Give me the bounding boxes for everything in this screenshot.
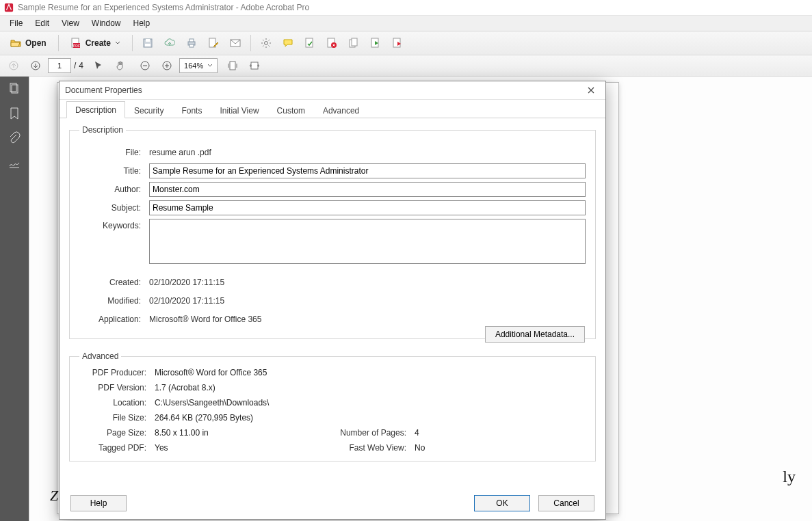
window-title: Sample Resume for an Experienced Systems… xyxy=(18,3,309,12)
fit-page-button[interactable] xyxy=(223,57,242,75)
close-icon xyxy=(588,87,594,94)
printer-icon xyxy=(186,38,197,49)
attachments-panel-icon[interactable] xyxy=(8,131,21,145)
menu-edit[interactable]: Edit xyxy=(29,17,55,29)
arrow-down-icon xyxy=(30,60,41,71)
location-value: C:\Users\Sangeeth\Downloads\ xyxy=(155,398,586,408)
keywords-input[interactable] xyxy=(149,219,586,264)
svg-rect-6 xyxy=(145,44,150,46)
subject-input[interactable] xyxy=(149,200,586,215)
svg-rect-8 xyxy=(189,39,194,42)
navigation-pane xyxy=(0,77,29,521)
producer-value: Microsoft® Word for Office 365 xyxy=(155,368,586,377)
cloud-button[interactable] xyxy=(160,34,179,52)
background-text-fragment: Z xyxy=(50,487,58,505)
svg-rect-5 xyxy=(146,39,150,42)
page-down-button[interactable] xyxy=(26,57,45,75)
main-toolbar: Open PDF Create xyxy=(0,31,812,55)
comment-button[interactable] xyxy=(278,34,298,52)
dialog-body: Description File:resume arun .pdf Title:… xyxy=(60,118,605,487)
version-value: 1.7 (Acrobat 8.x) xyxy=(155,383,586,392)
save-button[interactable] xyxy=(138,34,157,52)
dialog-tabs: Description Security Fonts Initial View … xyxy=(60,100,605,118)
tab-advanced[interactable]: Advanced xyxy=(314,102,368,118)
page-arrow-icon xyxy=(370,38,381,49)
fit-width-icon xyxy=(249,60,260,71)
export-button[interactable] xyxy=(366,34,385,52)
zoom-out-button[interactable] xyxy=(135,57,155,75)
file-label: File: xyxy=(79,148,149,157)
additional-metadata-button[interactable]: Additional Metadata... xyxy=(485,326,585,343)
toolbar-separator xyxy=(132,35,133,51)
tab-custom[interactable]: Custom xyxy=(268,102,314,118)
arrow-up-icon xyxy=(8,60,19,71)
hand-tool-button[interactable] xyxy=(111,57,130,75)
tagged-label: Tagged PDF: xyxy=(79,443,155,453)
background-text-fragment: ly xyxy=(783,468,796,486)
ok-button[interactable]: OK xyxy=(474,495,530,511)
edit-document-button[interactable] xyxy=(204,34,223,52)
menu-help[interactable]: Help xyxy=(128,17,156,29)
signatures-panel-icon[interactable] xyxy=(8,156,21,170)
page-send-icon xyxy=(392,38,403,49)
tab-security[interactable]: Security xyxy=(125,102,172,118)
author-input[interactable] xyxy=(149,182,586,197)
page-up-button[interactable] xyxy=(4,57,23,75)
created-label: Created: xyxy=(79,278,149,287)
location-label: Location: xyxy=(79,398,155,408)
description-legend: Description xyxy=(79,125,126,135)
fastweb-label: Fast Web View: xyxy=(326,443,415,453)
settings-button[interactable] xyxy=(257,34,276,52)
create-button[interactable]: PDF Create xyxy=(64,34,127,52)
pagesize-value: 8.50 x 11.00 in xyxy=(155,428,326,438)
pages-icon xyxy=(348,38,359,49)
menu-file[interactable]: File xyxy=(4,17,28,29)
speech-bubble-icon xyxy=(283,38,293,49)
dialog-close-button[interactable] xyxy=(582,83,600,97)
tab-fonts[interactable]: Fonts xyxy=(172,102,211,118)
version-label: PDF Version: xyxy=(79,383,155,392)
email-button[interactable] xyxy=(226,34,245,52)
menu-view[interactable]: View xyxy=(56,17,85,29)
bookmarks-panel-icon[interactable] xyxy=(8,107,21,120)
title-label: Title: xyxy=(79,166,149,176)
help-button[interactable]: Help xyxy=(70,495,127,511)
page-total: 4 xyxy=(79,61,83,70)
title-input[interactable] xyxy=(149,163,586,178)
tab-initial-view[interactable]: Initial View xyxy=(211,102,267,118)
page-x-icon xyxy=(326,38,337,49)
page-check-icon xyxy=(304,38,315,49)
stamp-button[interactable] xyxy=(300,34,319,52)
toolbar-separator xyxy=(250,35,251,51)
application-value: Microsoft® Word for Office 365 xyxy=(149,315,586,324)
svg-rect-17 xyxy=(352,38,357,46)
pagesize-label: Page Size: xyxy=(79,428,155,438)
fit-width-button[interactable] xyxy=(245,57,264,75)
gear-icon xyxy=(261,38,272,49)
select-tool-button[interactable] xyxy=(89,57,108,75)
open-button[interactable]: Open xyxy=(4,34,53,52)
cursor-icon xyxy=(93,60,104,71)
page-number-input[interactable] xyxy=(48,58,71,73)
filesize-value: 264.64 KB (270,995 Bytes) xyxy=(155,413,586,423)
menu-window[interactable]: Window xyxy=(86,17,127,29)
plus-circle-icon xyxy=(161,60,172,71)
minus-circle-icon xyxy=(140,60,150,71)
modified-value: 02/10/2020 17:11:15 xyxy=(149,296,586,306)
print-button[interactable] xyxy=(182,34,201,52)
zoom-combo[interactable]: 164% xyxy=(179,58,218,73)
cancel-button[interactable]: Cancel xyxy=(538,495,594,511)
producer-label: PDF Producer: xyxy=(79,368,155,377)
open-label: Open xyxy=(25,38,47,48)
envelope-icon xyxy=(230,38,241,49)
remove-page-button[interactable] xyxy=(322,34,341,52)
file-value: resume arun .pdf xyxy=(149,148,586,157)
zoom-in-button[interactable] xyxy=(157,57,176,75)
attach-send-button[interactable] xyxy=(388,34,407,52)
modified-label: Modified: xyxy=(79,296,149,306)
page-pencil-icon xyxy=(208,38,219,49)
duplicate-page-button[interactable] xyxy=(344,34,363,52)
menubar: File Edit View Window Help xyxy=(0,16,812,31)
thumbnails-panel-icon[interactable] xyxy=(8,82,21,96)
tab-description[interactable]: Description xyxy=(66,101,125,118)
